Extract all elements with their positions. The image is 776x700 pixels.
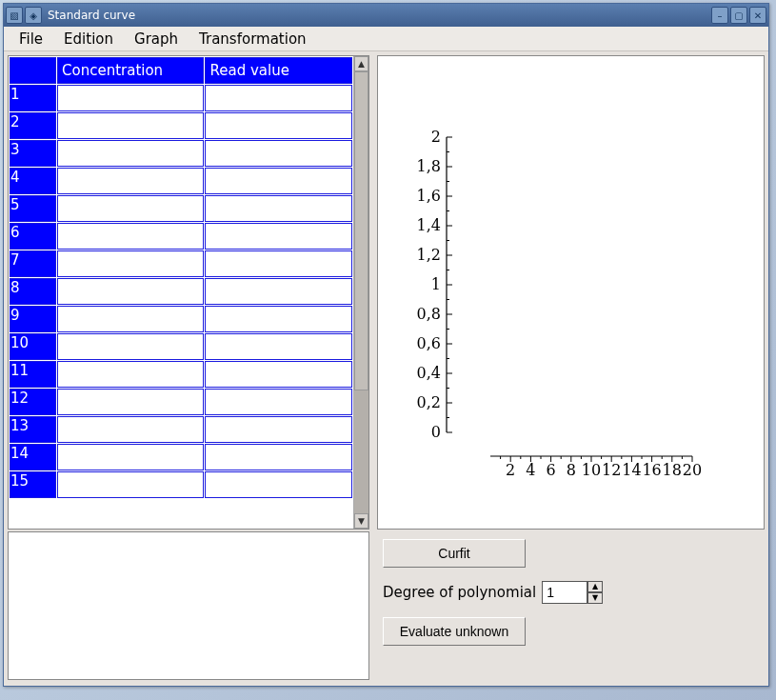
col-header-read-value[interactable]: Read value bbox=[205, 57, 352, 84]
svg-text:8: 8 bbox=[567, 461, 576, 479]
cell-concentration[interactable] bbox=[57, 416, 204, 443]
row-header[interactable]: 6 bbox=[10, 223, 56, 250]
cell-concentration[interactable] bbox=[57, 250, 204, 277]
spin-down-icon[interactable]: ▼ bbox=[587, 592, 603, 604]
cell-concentration[interactable] bbox=[57, 85, 204, 111]
row-header[interactable]: 9 bbox=[10, 306, 56, 332]
row-header[interactable]: 5 bbox=[10, 195, 56, 222]
cell-concentration[interactable] bbox=[57, 444, 204, 470]
scroll-thumb[interactable] bbox=[354, 71, 368, 390]
cell-read-value[interactable] bbox=[205, 361, 352, 388]
row-header[interactable]: 13 bbox=[10, 416, 56, 443]
cell-concentration[interactable] bbox=[57, 471, 204, 498]
cell-concentration[interactable] bbox=[57, 361, 204, 388]
degree-spinbox[interactable]: ▲ ▼ bbox=[542, 581, 603, 604]
cell-concentration[interactable] bbox=[57, 278, 204, 305]
input-read-value[interactable] bbox=[206, 472, 351, 497]
close-icon[interactable]: ✕ bbox=[749, 7, 766, 24]
input-read-value[interactable] bbox=[206, 141, 351, 166]
scroll-down-icon[interactable]: ▼ bbox=[354, 513, 368, 529]
input-concentration[interactable] bbox=[58, 334, 203, 359]
cell-read-value[interactable] bbox=[205, 389, 352, 415]
cell-concentration[interactable] bbox=[57, 140, 204, 167]
row-header[interactable]: 8 bbox=[10, 278, 56, 305]
menu-file[interactable]: File bbox=[10, 28, 52, 50]
row-header[interactable]: 7 bbox=[10, 250, 56, 277]
input-read-value[interactable] bbox=[206, 362, 351, 387]
menu-edition[interactable]: Edition bbox=[54, 28, 123, 50]
cell-read-value[interactable] bbox=[205, 444, 352, 470]
cell-read-value[interactable] bbox=[205, 195, 352, 222]
input-read-value[interactable] bbox=[206, 279, 351, 304]
input-concentration[interactable] bbox=[58, 472, 203, 497]
cell-concentration[interactable] bbox=[57, 333, 204, 360]
cell-read-value[interactable] bbox=[205, 168, 352, 194]
input-read-value[interactable] bbox=[206, 86, 351, 110]
input-concentration[interactable] bbox=[58, 279, 203, 304]
menu-graph[interactable]: Graph bbox=[125, 28, 188, 50]
cell-concentration[interactable] bbox=[57, 223, 204, 250]
scroll-up-icon[interactable]: ▲ bbox=[354, 56, 368, 71]
input-read-value[interactable] bbox=[206, 445, 351, 470]
row-header[interactable]: 2 bbox=[10, 112, 56, 139]
cell-read-value[interactable] bbox=[205, 471, 352, 498]
cell-concentration[interactable] bbox=[57, 306, 204, 332]
cell-concentration[interactable] bbox=[57, 389, 204, 415]
input-read-value[interactable] bbox=[206, 169, 351, 193]
input-read-value[interactable] bbox=[206, 251, 351, 276]
cell-read-value[interactable] bbox=[205, 140, 352, 167]
row-header[interactable]: 12 bbox=[10, 389, 56, 415]
row-header[interactable]: 14 bbox=[10, 444, 56, 470]
cell-read-value[interactable] bbox=[205, 333, 352, 360]
cell-read-value[interactable] bbox=[205, 278, 352, 305]
window-menu-icon[interactable]: ▧ bbox=[6, 7, 23, 24]
maximize-icon[interactable]: ▢ bbox=[730, 7, 747, 24]
sticky-icon[interactable]: ◈ bbox=[25, 7, 42, 24]
input-concentration[interactable] bbox=[58, 141, 203, 166]
row-header[interactable]: 1 bbox=[10, 85, 56, 111]
input-read-value[interactable] bbox=[206, 196, 351, 221]
col-header-concentration[interactable]: Concentration bbox=[57, 57, 204, 84]
svg-text:6: 6 bbox=[547, 461, 556, 479]
input-concentration[interactable] bbox=[58, 417, 203, 442]
cell-concentration[interactable] bbox=[57, 168, 204, 194]
input-concentration[interactable] bbox=[58, 224, 203, 249]
input-read-value[interactable] bbox=[206, 113, 351, 138]
input-read-value[interactable] bbox=[206, 307, 351, 331]
spin-up-icon[interactable]: ▲ bbox=[587, 581, 603, 592]
input-concentration[interactable] bbox=[58, 307, 203, 331]
input-concentration[interactable] bbox=[58, 445, 203, 470]
row-header[interactable]: 4 bbox=[10, 168, 56, 194]
curfit-button[interactable]: Curfit bbox=[383, 539, 526, 568]
input-concentration[interactable] bbox=[58, 169, 203, 193]
cell-concentration[interactable] bbox=[57, 112, 204, 139]
row-header[interactable]: 10 bbox=[10, 333, 56, 360]
minimize-icon[interactable]: – bbox=[711, 7, 728, 24]
scroll-track[interactable] bbox=[354, 390, 368, 513]
input-concentration[interactable] bbox=[58, 251, 203, 276]
input-concentration[interactable] bbox=[58, 390, 203, 414]
input-concentration[interactable] bbox=[58, 113, 203, 138]
degree-input[interactable] bbox=[542, 581, 587, 604]
input-read-value[interactable] bbox=[206, 417, 351, 442]
cell-read-value[interactable] bbox=[205, 85, 352, 111]
input-read-value[interactable] bbox=[206, 334, 351, 359]
evaluate-button[interactable]: Evaluate unknown bbox=[383, 617, 526, 646]
input-concentration[interactable] bbox=[58, 362, 203, 387]
input-read-value[interactable] bbox=[206, 224, 351, 249]
titlebar[interactable]: ▧ ◈ Standard curve – ▢ ✕ bbox=[4, 4, 768, 27]
menu-transformation[interactable]: Transformation bbox=[189, 28, 316, 50]
cell-concentration[interactable] bbox=[57, 195, 204, 222]
row-header[interactable]: 11 bbox=[10, 361, 56, 388]
cell-read-value[interactable] bbox=[205, 223, 352, 250]
cell-read-value[interactable] bbox=[205, 250, 352, 277]
cell-read-value[interactable] bbox=[205, 112, 352, 139]
cell-read-value[interactable] bbox=[205, 416, 352, 443]
cell-read-value[interactable] bbox=[205, 306, 352, 332]
input-concentration[interactable] bbox=[58, 86, 203, 110]
row-header[interactable]: 3 bbox=[10, 140, 56, 167]
table-scrollbar[interactable]: ▲ ▼ bbox=[353, 56, 368, 529]
row-header[interactable]: 15 bbox=[10, 471, 56, 498]
input-concentration[interactable] bbox=[58, 196, 203, 221]
input-read-value[interactable] bbox=[206, 390, 351, 414]
